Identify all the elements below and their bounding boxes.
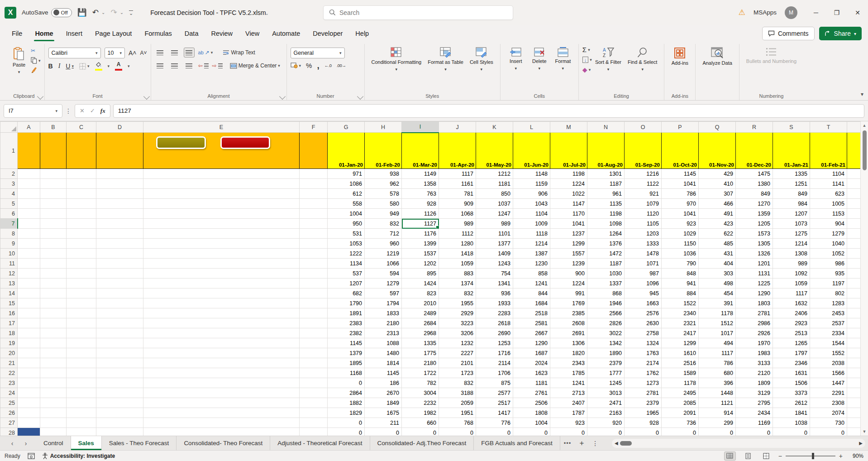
cell-unit[interactable] [300,348,328,358]
cell-value[interactable]: 2180 [402,358,439,368]
cell-channel[interactable] [67,239,96,249]
cell-productcode[interactable] [96,249,143,259]
cell-value[interactable]: 2781 [736,308,773,318]
cell-value[interactable]: 945 [625,288,662,298]
cell-value[interactable]: 848 [662,269,699,279]
cell-value[interactable]: 2283 [476,308,513,318]
cell-value[interactable]: 768 [439,418,476,428]
minimize-icon[interactable]: ─ [806,4,826,22]
cell-value[interactable]: 962 [365,179,402,189]
cell-value[interactable]: 2453 [810,308,847,318]
cell-value[interactable]: 1270 [736,199,773,209]
cell-value[interactable]: 1222 [328,249,365,259]
cell-value[interactable]: 1544 [810,338,847,348]
cell-value[interactable]: 849 [736,189,773,199]
cell-value[interactable]: 2968 [402,328,439,338]
cell-product[interactable] [143,398,300,408]
cell-value[interactable]: 2163 [587,408,625,418]
cell-product[interactable] [143,288,300,298]
header-productcode[interactable] [96,133,143,169]
cell-product[interactable] [143,209,300,219]
cell-value[interactable]: 928 [402,199,439,209]
cell-value[interactable]: 682 [328,288,365,298]
cell-value[interactable]: 2174 [625,358,662,368]
cell-value[interactable]: 2864 [328,388,365,398]
cell-value[interactable]: 844 [513,288,550,298]
cell-value[interactable]: 900 [550,269,587,279]
cell-clipped[interactable] [847,418,861,428]
cell-channel[interactable] [67,209,96,219]
cell-value[interactable]: 1552 [810,348,847,358]
cell-value[interactable]: 1374 [439,279,476,288]
cell-clipped[interactable] [847,189,861,199]
cell-value[interactable]: 307 [699,189,736,199]
cell-value[interactable]: 1265 [773,338,810,348]
cell-value[interactable]: 1098 [587,219,625,229]
cell-value[interactable]: 2923 [773,318,810,328]
cell-value[interactable]: 1038 [773,418,810,428]
cell-value[interactable]: 2670 [365,388,402,398]
cell-value[interactable]: 1573 [736,229,773,239]
scroll-up-icon[interactable]: ▲ [861,121,868,130]
row-header-9[interactable]: 9 [0,239,18,249]
cell-value[interactable]: 936 [476,288,513,298]
cell-value[interactable]: 712 [365,229,402,239]
cell-product[interactable] [143,269,300,279]
formula-input[interactable] [113,104,864,118]
cell-value[interactable]: 1447 [810,378,847,388]
cell-value[interactable]: 3373 [773,388,810,398]
cell-entity[interactable] [40,398,67,408]
column-header-L[interactable]: L [513,122,550,133]
cell-value[interactable]: 2434 [736,408,773,418]
tabbar-menu-icon[interactable]: ⋮ [588,436,602,450]
cell-value[interactable]: 1506 [773,378,810,388]
cell-value[interactable]: 1275 [773,229,810,239]
cell-channel[interactable] [67,328,96,338]
row-header-4[interactable]: 4 [0,189,18,199]
cell-value[interactable]: 1308 [773,249,810,259]
cell-value[interactable]: 2340 [662,308,699,318]
cell-value[interactable]: 1176 [402,229,439,239]
header-channel[interactable] [67,133,96,169]
cell-entity[interactable] [40,418,67,428]
cell-value[interactable]: 1787 [550,408,587,418]
cell-value[interactable]: 971 [328,169,365,179]
cell-value[interactable]: 1168 [328,368,365,378]
refresh-button[interactable] [156,136,206,149]
cell-value[interactable]: 2074 [810,408,847,418]
cell-unit[interactable] [300,338,328,348]
cell-productcode[interactable] [96,269,143,279]
vertical-scrollbar[interactable]: ▲ ▼ [860,121,868,436]
cell-value[interactable]: 498 [699,279,736,288]
cell-value[interactable]: 2343 [550,358,587,368]
cell-productcode[interactable] [96,288,143,298]
cell-value[interactable]: 1537 [402,249,439,259]
cell-productcode[interactable] [96,408,143,418]
cell-value[interactable]: 1079 [625,199,662,209]
cell-value[interactable]: 660 [402,418,439,428]
cell-value[interactable]: 1224 [550,179,587,189]
scroll-right-icon[interactable]: ▶ [859,441,863,446]
header-product[interactable] [143,133,300,169]
cell-value[interactable]: 1230 [513,259,550,269]
cell-clipped[interactable] [847,348,861,358]
cell-value[interactable]: 1219 [365,249,402,259]
ribbon-tab-review[interactable]: Review [205,27,238,40]
cell-value[interactable]: 0 [513,428,550,436]
cell-entity[interactable] [40,169,67,179]
cell-value[interactable]: 2346 [773,358,810,368]
cell-channel[interactable] [67,418,96,428]
cell-channel[interactable] [67,259,96,269]
cell-value[interactable]: 1066 [365,259,402,269]
cell-unit[interactable] [300,398,328,408]
zoom-slider[interactable] [786,456,835,456]
cell-value[interactable]: 423 [699,219,736,229]
save-icon[interactable]: 💾 [77,8,87,17]
row-header-1[interactable]: 1 [0,133,18,169]
row-header-24[interactable]: 24 [0,388,18,398]
confirm-entry-icon[interactable]: ✓ [90,107,95,114]
fill-color-button[interactable] [95,62,102,71]
cell-value[interactable]: 790 [662,259,699,269]
cell-value[interactable]: 0 [587,428,625,436]
cell-value[interactable]: 941 [662,279,699,288]
